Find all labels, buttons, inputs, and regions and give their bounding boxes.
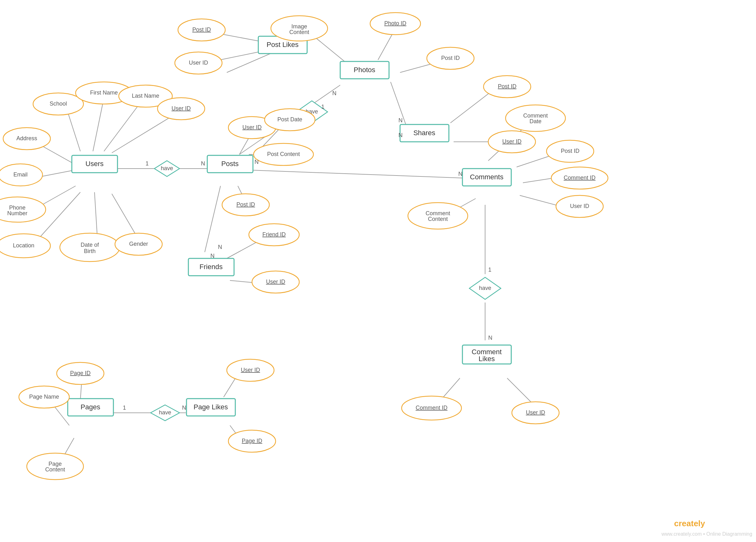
svg-text:Page Likes: Page Likes bbox=[194, 403, 228, 411]
svg-text:First Name: First Name bbox=[90, 89, 118, 96]
svg-text:N: N bbox=[201, 160, 205, 167]
svg-text:User ID: User ID bbox=[189, 60, 208, 66]
svg-text:N: N bbox=[218, 244, 222, 250]
svg-text:Photo ID: Photo ID bbox=[384, 20, 406, 26]
svg-text:have: have bbox=[159, 409, 171, 416]
svg-text:Posts: Posts bbox=[221, 160, 238, 168]
svg-text:Likes: Likes bbox=[478, 355, 495, 363]
svg-text:Date: Date bbox=[530, 118, 541, 124]
svg-text:Phone: Phone bbox=[9, 204, 26, 211]
svg-text:have: have bbox=[479, 285, 491, 291]
svg-text:N: N bbox=[182, 405, 186, 411]
svg-line-22 bbox=[400, 63, 435, 72]
svg-text:Page ID: Page ID bbox=[70, 370, 90, 376]
svg-text:N: N bbox=[398, 132, 403, 138]
svg-text:Comment ID: Comment ID bbox=[564, 174, 595, 181]
svg-text:Post ID: Post ID bbox=[441, 55, 460, 61]
svg-text:Comments: Comments bbox=[470, 173, 503, 181]
svg-line-26 bbox=[252, 170, 463, 178]
svg-text:User ID: User ID bbox=[241, 367, 260, 373]
svg-text:Post ID: Post ID bbox=[561, 148, 579, 154]
svg-text:Comment ID: Comment ID bbox=[415, 405, 447, 411]
svg-line-5 bbox=[104, 101, 142, 151]
svg-text:User ID: User ID bbox=[502, 138, 521, 145]
svg-text:Post ID: Post ID bbox=[236, 201, 255, 208]
svg-text:Comment: Comment bbox=[426, 210, 450, 216]
svg-text:Last Name: Last Name bbox=[132, 93, 159, 99]
svg-line-0 bbox=[227, 52, 274, 72]
svg-text:Content: Content bbox=[289, 29, 309, 35]
svg-text:Post Date: Post Date bbox=[277, 116, 302, 123]
svg-text:User ID: User ID bbox=[171, 105, 191, 111]
svg-text:Content: Content bbox=[45, 466, 65, 473]
svg-text:Email: Email bbox=[13, 171, 27, 178]
svg-text:User ID: User ID bbox=[242, 124, 261, 130]
svg-text:N: N bbox=[488, 335, 492, 341]
logo: creately bbox=[674, 519, 705, 528]
svg-text:N: N bbox=[398, 117, 403, 123]
svg-line-10 bbox=[38, 192, 80, 239]
svg-line-36 bbox=[205, 186, 221, 252]
svg-text:Page: Page bbox=[49, 461, 62, 467]
svg-text:1: 1 bbox=[146, 160, 149, 167]
svg-text:1: 1 bbox=[123, 405, 126, 411]
svg-text:1: 1 bbox=[488, 266, 491, 273]
svg-text:N: N bbox=[332, 90, 336, 96]
svg-line-6 bbox=[112, 113, 176, 153]
svg-text:Page Name: Page Name bbox=[29, 394, 59, 400]
svg-text:Location: Location bbox=[13, 242, 34, 248]
svg-text:have: have bbox=[161, 165, 173, 171]
svg-text:User ID: User ID bbox=[570, 203, 589, 209]
svg-text:Post ID: Post ID bbox=[498, 83, 516, 89]
svg-text:Address: Address bbox=[16, 135, 37, 141]
svg-text:Gender: Gender bbox=[129, 241, 148, 247]
svg-text:N: N bbox=[458, 171, 462, 177]
svg-line-12 bbox=[112, 194, 139, 239]
svg-line-20 bbox=[312, 35, 347, 63]
svg-text:Content: Content bbox=[428, 216, 448, 222]
svg-text:N: N bbox=[255, 159, 259, 165]
watermark: www.creately.com • Online Diagramming bbox=[661, 531, 752, 537]
svg-text:Friend ID: Friend ID bbox=[262, 231, 286, 237]
svg-text:User ID: User ID bbox=[266, 279, 285, 285]
svg-text:School: School bbox=[49, 100, 67, 107]
svg-text:Date of: Date of bbox=[81, 242, 99, 248]
svg-text:User ID: User ID bbox=[526, 409, 545, 416]
svg-text:Post Content: Post Content bbox=[267, 151, 300, 157]
svg-text:Birth: Birth bbox=[84, 248, 95, 254]
svg-text:Photos: Photos bbox=[354, 66, 375, 74]
svg-text:1: 1 bbox=[321, 104, 324, 110]
svg-line-4 bbox=[93, 98, 104, 151]
svg-text:Friends: Friends bbox=[199, 263, 222, 271]
svg-text:Post Likes: Post Likes bbox=[266, 41, 299, 48]
svg-text:Users: Users bbox=[85, 160, 103, 168]
svg-text:Comment: Comment bbox=[523, 112, 548, 119]
svg-text:N: N bbox=[210, 253, 215, 259]
svg-line-21 bbox=[378, 31, 394, 60]
svg-text:Shares: Shares bbox=[413, 129, 435, 137]
svg-text:Image: Image bbox=[291, 23, 307, 30]
svg-text:Page ID: Page ID bbox=[242, 438, 262, 444]
svg-text:Pages: Pages bbox=[81, 403, 100, 411]
svg-text:Post ID: Post ID bbox=[192, 26, 211, 33]
svg-line-24 bbox=[450, 91, 491, 123]
svg-text:Number: Number bbox=[7, 210, 27, 216]
